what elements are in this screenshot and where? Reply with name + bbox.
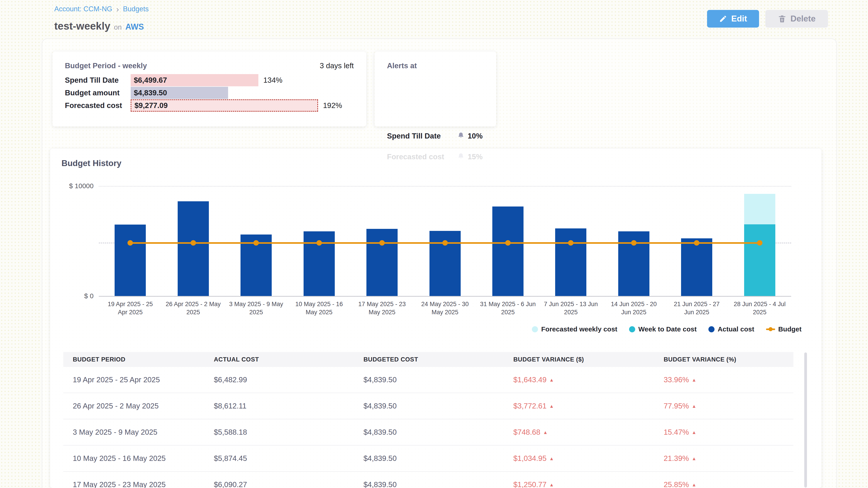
x-axis-label: 7 Jun 2025 - 13 Jun2025	[539, 300, 602, 316]
cell: 10 May 2025 - 16 May 2025	[63, 454, 214, 463]
bar-actual-cost[interactable]	[366, 229, 398, 296]
x-axis-label: 14 Jun 2025 - 20Jun 2025	[602, 300, 665, 316]
cell: $6,482.99	[214, 376, 364, 384]
cell: $4,839.50	[364, 454, 513, 463]
cell: $4,839.50	[364, 376, 513, 384]
budget-period-row-label: Budget amount	[65, 89, 120, 97]
variance-up-icon: ▲	[549, 403, 554, 409]
col-header-variance-pct: BUDGET VARIANCE (%)	[664, 356, 784, 363]
delete-button-label: Delete	[790, 14, 815, 24]
x-axis-label: 28 Jun 2025 - 4 Jul2025	[728, 300, 791, 316]
alert-row-spend: Spend Till Date 10%	[387, 132, 483, 140]
cell: $6,090.27	[214, 480, 364, 488]
cell: $8,612.11	[214, 402, 364, 410]
chevron-right-icon: ›	[116, 6, 119, 13]
x-axis-label: 31 May 2025 - 6 Jun2025	[476, 300, 539, 316]
days-left-label: 3 days left	[320, 61, 354, 70]
cell-variance: 33.96%▲	[664, 376, 784, 384]
y-axis-tick-10000: $ 10000	[57, 182, 94, 190]
table-header-row: BUDGET PERIOD ACTUAL COST BUDGETED COST …	[63, 352, 794, 367]
edit-button-label: Edit	[731, 14, 747, 24]
table-row: 26 Apr 2025 - 2 May 2025$8,612.11$4,839.…	[63, 393, 794, 419]
cell-variance: $3,772.61▲	[513, 402, 664, 410]
table-row: 10 May 2025 - 16 May 2025$5,874.45$4,839…	[63, 446, 794, 472]
chart-legend: Forecasted weekly cost Week to Date cost…	[532, 325, 802, 333]
bar-actual-cost[interactable]	[492, 206, 524, 296]
legend-item-budget[interactable]: Budget	[766, 325, 802, 333]
alerts-card-title: Alerts at	[387, 61, 417, 70]
budget-period-percent: 134%	[264, 76, 282, 85]
table-row: 3 May 2025 - 9 May 2025$5,588.18$4,839.5…	[63, 419, 794, 446]
cell: $4,839.50	[364, 428, 513, 436]
cell: 3 May 2025 - 9 May 2025	[63, 428, 214, 436]
bar-actual-cost[interactable]	[555, 228, 586, 296]
variance-up-icon: ▲	[692, 456, 696, 461]
budget-period-bar-value: $6,499.67	[131, 76, 167, 85]
variance-up-icon: ▲	[549, 456, 554, 461]
gridline-10000	[99, 186, 791, 187]
bar-actual-cost[interactable]	[178, 201, 209, 296]
x-axis-label: 26 Apr 2025 - 2 May2025	[162, 300, 224, 316]
cell: 26 Apr 2025 - 2 May 2025	[63, 402, 214, 410]
cell-variance: $1,643.49▲	[513, 376, 664, 384]
budget-period-row-label: Spend Till Date	[65, 76, 119, 85]
breadcrumb-budgets-link[interactable]: Budgets	[123, 5, 149, 13]
legend-dot-actual	[708, 326, 715, 332]
x-axis-labels: 19 Apr 2025 - 25Apr 202526 Apr 2025 - 2 …	[99, 300, 791, 325]
legend-item-week-to-date[interactable]: Week to Date cost	[629, 325, 697, 333]
y-axis-tick-0: $ 0	[57, 292, 94, 300]
budget-period-bar-value: $4,839.50	[131, 89, 167, 97]
budget-period-bar-spend: $6,499.67	[131, 74, 258, 86]
legend-dot-week-to-date	[629, 326, 635, 332]
cell-variance: 21.39%▲	[664, 454, 784, 463]
budget-line-point[interactable]	[757, 240, 763, 246]
budget-period-card-title: Budget Period - weekly	[65, 61, 147, 70]
budget-period-bar-budget: $4,839.50	[131, 87, 228, 99]
x-axis-label: 24 May 2025 - 30May 2025	[413, 300, 476, 316]
x-axis-label: 10 May 2025 - 16May 2025	[287, 300, 350, 316]
variance-up-icon: ▲	[549, 482, 554, 487]
budget-period-bar-value: $9,277.09	[131, 101, 168, 110]
bar-actual-cost[interactable]	[115, 225, 146, 296]
bar-week-to-date-cost[interactable]	[744, 224, 775, 296]
variance-up-icon: ▲	[692, 482, 696, 487]
pencil-icon	[719, 15, 727, 23]
budget-line-point[interactable]	[631, 240, 637, 246]
legend-item-actual-cost[interactable]: Actual cost	[708, 325, 754, 333]
col-header-budgeted-cost: BUDGETED COST	[364, 356, 513, 363]
legend-label: Week to Date cost	[638, 325, 697, 333]
page-title-row: test-weekly on AWS	[54, 20, 144, 32]
alert-label: Spend Till Date	[387, 132, 457, 140]
budget-period-row: Budget amount$4,839.50	[53, 87, 366, 99]
table-row: 17 May 2025 - 23 May 2025$6,090.27$4,839…	[63, 472, 794, 488]
budget-history-chart	[99, 186, 791, 296]
budget-line-point[interactable]	[442, 240, 448, 246]
cell-variance: 25.85%▲	[664, 480, 784, 488]
budget-line-point[interactable]	[316, 240, 322, 246]
bar-actual-cost[interactable]	[681, 238, 712, 296]
legend-item-forecasted-weekly[interactable]: Forecasted weekly cost	[532, 325, 617, 333]
budget-line-point[interactable]	[191, 240, 196, 246]
x-axis-label: 17 May 2025 - 23May 2025	[350, 300, 413, 316]
delete-button[interactable]: Delete	[765, 10, 828, 28]
cell-variance: 15.47%▲	[664, 428, 784, 436]
budget-history-card: Budget History $ 10000 $ 0 19 Apr 2025 -…	[50, 149, 822, 488]
page-title: test-weekly	[54, 20, 110, 32]
bar-forecasted-weekly-cost[interactable]	[744, 194, 775, 224]
breadcrumb-account-link[interactable]: Account: CCM-NG	[54, 5, 112, 13]
alerts-card: Alerts at Spend Till Date 10% Forecasted…	[375, 52, 496, 127]
legend-dot-forecasted	[532, 326, 538, 332]
col-header-variance-usd: BUDGET VARIANCE ($)	[513, 356, 664, 363]
budget-period-bar-forecast: $9,277.09	[131, 99, 318, 111]
budget-period-percent: 192%	[323, 101, 342, 110]
cell: 17 May 2025 - 23 May 2025	[63, 480, 214, 488]
edit-button[interactable]: Edit	[707, 10, 759, 28]
table-scrollbar[interactable]	[804, 352, 807, 488]
variance-up-icon: ▲	[549, 377, 554, 383]
alert-threshold: 10%	[468, 132, 483, 140]
cell: 19 Apr 2025 - 25 Apr 2025	[63, 376, 214, 384]
x-axis-line	[99, 296, 791, 297]
legend-label: Budget	[778, 325, 802, 333]
col-header-budget-period: BUDGET PERIOD	[63, 356, 214, 363]
cell-variance: 77.95%▲	[664, 402, 784, 410]
